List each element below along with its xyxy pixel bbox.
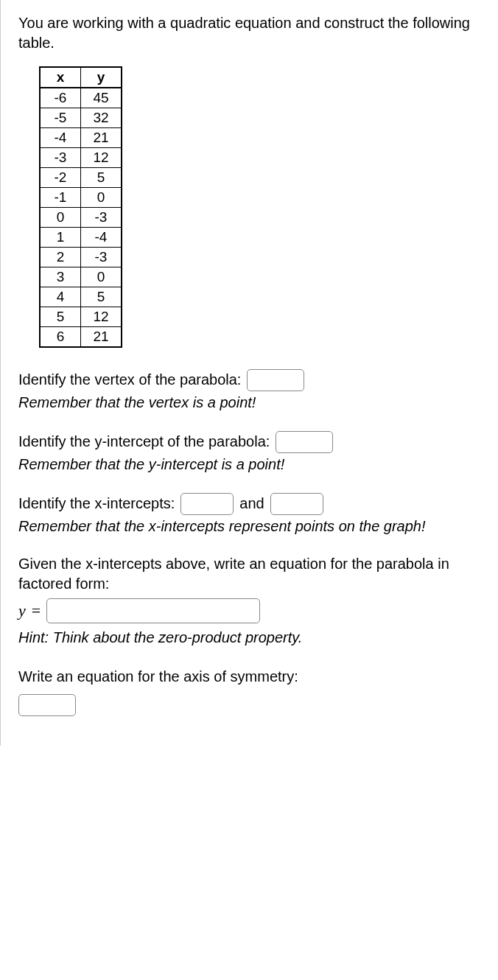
cell-x: 1: [40, 228, 81, 248]
cell-y: 0: [81, 188, 122, 208]
question-axis-symmetry: Write an equation for the axis of symmet…: [18, 665, 485, 716]
cell-y: 0: [81, 267, 122, 287]
cell-x: -3: [40, 148, 81, 168]
xint-input-1[interactable]: [180, 493, 234, 515]
vertex-input[interactable]: [247, 369, 304, 391]
question-factored-form: Given the x-intercepts above, write an e…: [18, 554, 485, 649]
cell-y: -4: [81, 228, 122, 248]
table-row: 30: [40, 267, 122, 287]
table-row: -312: [40, 148, 122, 168]
xint-prompt: Identify the x-intercepts:: [18, 492, 175, 515]
vertex-prompt: Identify the vertex of the parabola:: [18, 368, 241, 391]
table-row: 621: [40, 327, 122, 348]
xy-table: x y -645-532-421-312-25-100-31-42-330455…: [39, 66, 122, 348]
table-row: 45: [40, 287, 122, 307]
question-y-intercept: Identify the y-intercept of the parabola…: [18, 430, 485, 476]
cell-x: -4: [40, 128, 81, 148]
factored-input[interactable]: [46, 598, 260, 623]
y-equals-eq: =: [32, 598, 41, 623]
table-row: 0-3: [40, 208, 122, 228]
cell-x: -5: [40, 108, 81, 128]
cell-y: 5: [81, 168, 122, 188]
cell-y: 21: [81, 128, 122, 148]
table-row: 2-3: [40, 248, 122, 267]
cell-y: 32: [81, 108, 122, 128]
factored-hint: Hint: Think about the zero-product prope…: [18, 626, 485, 649]
vertex-hint: Remember that the vertex is a point!: [18, 391, 485, 414]
xint-and: and: [239, 492, 264, 515]
table-row: -645: [40, 88, 122, 108]
y-equals-y: y: [18, 598, 26, 623]
cell-x: 0: [40, 208, 81, 228]
cell-x: -2: [40, 168, 81, 188]
cell-y: -3: [81, 248, 122, 267]
axis-input[interactable]: [18, 694, 76, 716]
cell-x: 4: [40, 287, 81, 307]
table-row: -25: [40, 168, 122, 188]
xint-input-2[interactable]: [270, 493, 323, 515]
question-vertex: Identify the vertex of the parabola: Rem…: [18, 368, 485, 414]
table-row: -532: [40, 108, 122, 128]
table-header-x: x: [40, 67, 81, 88]
table-row: 1-4: [40, 228, 122, 248]
factored-prompt: Given the x-intercepts above, write an e…: [18, 554, 485, 594]
cell-y: 45: [81, 88, 122, 108]
table-header-y: y: [81, 67, 122, 88]
table-row: 512: [40, 307, 122, 327]
cell-x: 6: [40, 327, 81, 348]
cell-x: 2: [40, 248, 81, 267]
table-row: -421: [40, 128, 122, 148]
yint-prompt: Identify the y-intercept of the parabola…: [18, 430, 270, 453]
intro-text: You are working with a quadratic equatio…: [18, 13, 485, 53]
cell-y: -3: [81, 208, 122, 228]
cell-x: 3: [40, 267, 81, 287]
cell-x: -1: [40, 188, 81, 208]
question-x-intercepts: Identify the x-intercepts: and Remember …: [18, 492, 485, 538]
cell-y: 12: [81, 148, 122, 168]
cell-y: 21: [81, 327, 122, 348]
axis-prompt: Write an equation for the axis of symmet…: [18, 665, 485, 688]
cell-x: -6: [40, 88, 81, 108]
cell-y: 5: [81, 287, 122, 307]
cell-x: 5: [40, 307, 81, 327]
yint-hint: Remember that the y-intercept is a point…: [18, 453, 485, 476]
cell-y: 12: [81, 307, 122, 327]
table-row: -10: [40, 188, 122, 208]
xint-hint: Remember that the x-intercepts represent…: [18, 515, 485, 538]
yint-input[interactable]: [276, 431, 333, 453]
